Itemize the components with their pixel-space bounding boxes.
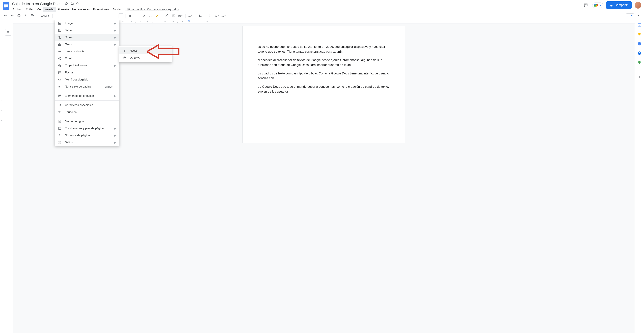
menu-item-fecha[interactable]: Fecha (55, 69, 119, 76)
editing-mode-button[interactable]: ▼ (626, 14, 634, 18)
print-button[interactable] (16, 13, 22, 18)
numbered-list-button[interactable]: 123 (221, 13, 226, 18)
menu-item-chips[interactable]: Chips inteligentes ▶ (55, 62, 119, 69)
contacts-app-icon[interactable] (637, 51, 642, 55)
svg-point-49 (639, 62, 640, 62)
drawing-icon (58, 36, 62, 39)
menu-item-grafico[interactable]: Gráfico ▶ (55, 41, 119, 48)
more-toolbar-button[interactable]: ⋯ (228, 13, 233, 18)
bold-button[interactable]: B (128, 13, 133, 18)
menu-item-imagen[interactable]: Imagen ▶ (55, 20, 119, 27)
svg-rect-4 (4, 8, 6, 8)
document-title[interactable]: Caja de texto en Google Docs (11, 1, 62, 6)
menu-item-linea[interactable]: Línea horizontal (55, 48, 119, 55)
svg-rect-45 (639, 36, 640, 36)
italic-button[interactable]: I (134, 13, 140, 18)
watermark-icon (58, 120, 62, 123)
menu-item-desplegable[interactable]: Menú desplegable (55, 76, 119, 83)
horizontal-line-icon (58, 50, 62, 53)
svg-point-48 (639, 52, 640, 53)
svg-rect-38 (59, 120, 61, 123)
menu-item-saltos[interactable]: Saltos ▶ (55, 139, 119, 146)
calendar-app-icon[interactable]: 31 (637, 23, 642, 27)
align-button[interactable] (188, 13, 193, 18)
menu-item-marca-agua[interactable]: Marca de agua (55, 118, 119, 125)
menu-item-emoji[interactable]: Emoji (55, 55, 119, 62)
move-icon[interactable] (70, 2, 74, 6)
comment-history-icon[interactable] (582, 2, 589, 8)
chevron-right-icon: ▶ (114, 127, 116, 130)
increase-font-button[interactable]: + (118, 14, 123, 18)
undo-button[interactable] (3, 13, 8, 18)
tasks-app-icon[interactable] (637, 42, 642, 46)
svg-rect-26 (60, 37, 61, 38)
bulleted-list-button[interactable] (214, 13, 220, 18)
menu-ver[interactable]: Ver (35, 7, 42, 12)
chevron-right-icon: ▶ (114, 94, 116, 97)
spellcheck-button[interactable] (23, 13, 28, 18)
meet-button[interactable]: ▼ (592, 2, 603, 8)
chevron-down-icon: ▼ (600, 4, 602, 6)
menu-item-caracteres[interactable]: Ω Caracteres especiales (55, 102, 119, 109)
menu-item-encabezados[interactable]: Encabezados y pies de página ▶ (55, 125, 119, 132)
submenu-item-nuevo[interactable]: + Nuevo (120, 47, 172, 54)
svg-point-17 (215, 16, 216, 16)
svg-rect-3 (4, 6, 8, 7)
footnote-icon (58, 85, 62, 88)
highlight-button[interactable] (154, 13, 160, 18)
svg-rect-7 (596, 5, 597, 6)
menu-item-dibujo[interactable]: Dibujo ▶ (55, 34, 119, 41)
paint-format-button[interactable] (30, 13, 35, 18)
insert-menu-popover: Imagen ▶ Tabla ▶ Dibujo ▶ Gráfico ▶ Líne… (55, 20, 119, 146)
menu-herramientas[interactable]: Herramientas (70, 7, 91, 12)
chart-icon (58, 42, 62, 46)
menu-archivo[interactable]: Archivo (11, 7, 24, 12)
docs-app-icon[interactable] (3, 1, 10, 10)
document-outline-button[interactable] (5, 29, 12, 36)
body-paragraph: si accedes al procesador de textos de Go… (258, 58, 390, 67)
keep-app-icon[interactable] (637, 32, 642, 36)
side-panel: 31 + (634, 20, 644, 333)
menu-ayuda[interactable]: Ayuda (111, 7, 122, 12)
drive-icon (123, 56, 126, 60)
chevron-right-icon: ▶ (114, 22, 116, 25)
underline-button[interactable]: U (141, 13, 146, 18)
menu-formato[interactable]: Formato (56, 7, 70, 12)
menu-item-nota-pie[interactable]: Nota a pie de página Ctrl+Alt+F (55, 83, 119, 90)
break-icon (58, 141, 62, 144)
menu-extensiones[interactable]: Extensiones (92, 7, 110, 12)
insert-link-button[interactable] (164, 13, 170, 18)
add-comment-button[interactable] (171, 13, 176, 18)
last-modified-link[interactable]: Última modificación hace unos segundos (126, 8, 179, 11)
add-addon-button[interactable]: + (637, 75, 642, 79)
zoom-selector[interactable]: 100%▾ (40, 14, 50, 18)
collapse-toolbar-button[interactable] (636, 13, 641, 18)
account-avatar[interactable] (634, 2, 641, 8)
menu-item-numeros-pagina[interactable]: # Números de página ▶ (55, 132, 119, 139)
insert-image-button[interactable] (178, 13, 183, 18)
page-number-icon: # (58, 134, 62, 137)
menu-item-tabla[interactable]: Tabla ▶ (55, 27, 119, 34)
document-page[interactable]: cs se ha hecho popular desde su lanzamie… (242, 26, 405, 143)
menu-item-ecuacion[interactable]: π² Ecuación (55, 109, 119, 116)
chevron-down-icon: ▼ (631, 15, 633, 17)
menu-editar[interactable]: Editar (24, 7, 35, 12)
right-indent-marker[interactable] (188, 20, 190, 22)
submenu-item-de-drive[interactable]: De Drive (120, 54, 172, 61)
svg-text:31: 31 (638, 24, 640, 26)
svg-point-16 (215, 16, 216, 16)
chevron-right-icon: ▶ (114, 29, 116, 32)
body-paragraph: de Google Docs que todo el mundo debería… (258, 84, 390, 94)
cloud-status-icon[interactable] (76, 2, 80, 6)
menu-insertar[interactable]: Insertar (43, 7, 56, 12)
checklist-button[interactable] (207, 13, 213, 18)
maps-app-icon[interactable] (637, 60, 642, 65)
text-color-button[interactable]: A (148, 13, 153, 18)
redo-button[interactable] (10, 13, 15, 18)
line-spacing-button[interactable] (198, 13, 203, 18)
menu-item-elementos[interactable]: Elementos de creación ▶ (55, 92, 119, 100)
calendar-icon (58, 71, 62, 74)
share-button[interactable]: Compartir (606, 1, 632, 9)
dibujo-submenu: + Nuevo De Drive (120, 46, 172, 62)
star-icon[interactable] (65, 2, 68, 6)
